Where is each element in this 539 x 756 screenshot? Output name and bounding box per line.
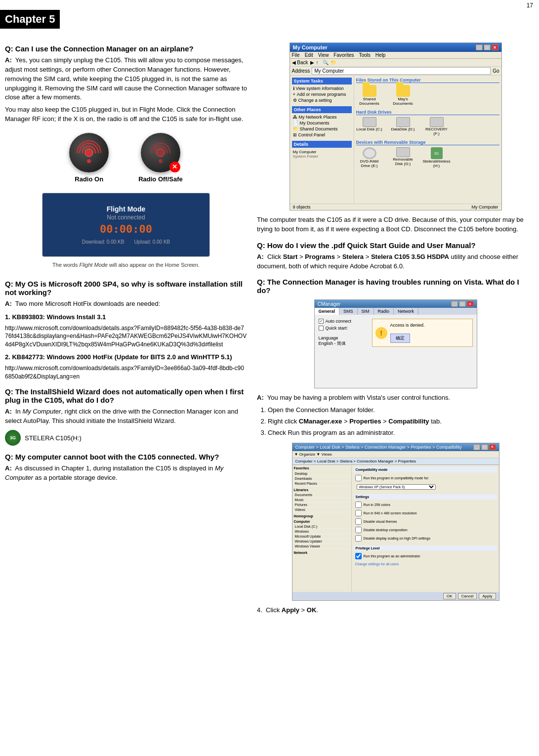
sidebar-view-info[interactable]: ℹ View system information [292,85,352,91]
compat-close[interactable]: ✕ [489,444,496,450]
sidebar-my-documents[interactable]: 📄 My Documents [292,120,352,126]
menu-help[interactable]: Help [375,52,386,58]
address-input[interactable]: My Computer [312,67,491,75]
answer-3-text: A: In My Computer, right click on the dr… [5,407,247,426]
run-256-checkbox[interactable] [355,502,362,508]
toolbar-search[interactable]: 🔍 [323,60,329,65]
shared-docs-grid: Shared Documents May's Documents [356,85,499,106]
a2-label: A: [5,300,12,307]
radio-on-label: Radio On [69,175,109,183]
cl-win-updater[interactable]: Windows Updater [294,539,350,544]
vista-ok-button[interactable]: 确定 [390,334,410,343]
compat-cancel-button[interactable]: Cancel [458,593,477,599]
compat-body: Favorites Desktop Downloads Recent Place… [292,465,499,597]
cl-pictures[interactable]: Pictures [294,503,350,507]
cl-videos[interactable]: Videos [294,507,350,512]
tab-radio[interactable]: Radio [374,308,394,315]
run-admin-label: Run this program as an administrator [364,554,420,558]
compat-os-select[interactable]: Windows XP (Service Pack 3) [357,484,436,490]
toolbar-folders[interactable]: 📁 [331,60,336,65]
compat-run-checkbox[interactable] [355,475,362,481]
tab-sim[interactable]: SIM [358,308,374,315]
menu-tools[interactable]: Tools [359,52,370,58]
add-remove-icon: + [293,92,295,97]
cl-windows[interactable]: Windows [294,529,350,534]
toolbar-back[interactable]: ◀ Back [292,60,308,65]
cl-ms-update[interactable]: Microsoft Update [294,534,350,539]
a1-text1: Yes, you can simply unplug the C105. Thi… [5,56,247,101]
warning-message: Access is denied. [390,323,425,328]
disable-display-label: Disable display scaling on high DPI sett… [364,537,430,540]
q2-text: Q: My OS is Microsoft 2000 SP4, so why i… [5,280,243,296]
tab-network[interactable]: Network [394,308,418,315]
details-label: My Computer [293,150,351,154]
quick-start-checkbox[interactable] [319,326,324,331]
question-4: Q: My computer cannot boot with the C105… [5,453,247,461]
change-settings-anchor[interactable]: Change settings for all users [355,562,399,566]
a6-label: A: [257,394,264,401]
win-title: My Computer [293,44,328,50]
compat-minimize[interactable]: _ [473,444,480,450]
toolbar-forward[interactable]: ▶ [310,60,314,65]
address-go[interactable]: Go [493,68,499,74]
language-value: English - 简体 [319,340,368,347]
a2-intro-text: Two more Microsoft HotFix downloads are … [15,300,160,307]
win-maximize[interactable]: □ [484,44,491,50]
tab-general[interactable]: General [315,308,340,315]
run-256-row: Run in 256 colors [354,501,497,509]
mycomp-caption: The computer treats the C105 as if it we… [257,215,534,234]
cl-desktop[interactable]: Desktop [294,471,350,476]
mays-docs-label: May's Documents [390,97,416,106]
win-sidebar: System Tasks ℹ View system information +… [290,76,354,203]
auto-connect-checkbox[interactable]: ✓ [319,319,324,324]
vista-minimize[interactable]: _ [451,301,458,307]
menu-view[interactable]: View [318,52,329,58]
toolbar-up[interactable]: ↑ [316,60,319,65]
radio-on-group: Radio On [69,133,109,183]
vista-maximize[interactable]: □ [459,301,466,307]
libraries-label: Libraries [294,488,350,492]
status-right: My Computer [471,205,498,210]
run-admin-checkbox[interactable] [355,553,362,559]
run-640-label: Run in 640 x 480 screen resolution [364,511,417,515]
cl-downloads[interactable]: Downloads [294,476,350,481]
menu-edit[interactable]: Edit [305,52,313,58]
cl-music[interactable]: Music [294,498,350,503]
answer-6: A: You may be having a problem with Vist… [257,393,534,437]
menu-favorites[interactable]: Favorites [333,52,354,58]
disable-display-checkbox[interactable] [355,535,362,542]
computer-label: Computer [294,520,350,523]
menu-file[interactable]: File [292,52,300,58]
win-close[interactable]: ✕ [492,44,498,50]
sidebar-details: Details [292,141,352,148]
compat-maximize[interactable]: □ [481,444,488,450]
disable-themes-checkbox[interactable] [355,518,362,525]
auto-connect-option: ✓ Auto connect [319,319,368,324]
compat-ok-button[interactable]: OK [443,593,456,599]
cl-documents[interactable]: Documents [294,493,350,498]
sidebar-shared-documents[interactable]: 📁 Shared Documents [292,126,352,132]
sidebar-control-panel[interactable]: ⊞ Control Panel [292,132,352,138]
cl-win-viewer[interactable]: Windows Viewer [294,544,350,549]
vista-close[interactable]: ✕ [467,301,474,307]
page-number: 17 [527,2,533,9]
cl-local-disk[interactable]: Local Disk (C:) [294,524,350,529]
network-label: My Network Places [299,115,337,120]
run-640-checkbox[interactable] [355,510,362,516]
sidebar-network-places[interactable]: 🖧 My Network Places [292,114,352,120]
win-minimize[interactable]: _ [476,44,483,50]
disable-comp-checkbox[interactable] [355,527,362,533]
change-settings-link[interactable]: Change settings for all users [354,560,497,568]
sidebar-change-setting[interactable]: ⚙ Change a setting [292,97,352,103]
sidebar-add-remove[interactable]: + Add or remove programs [292,91,352,97]
tab-sms[interactable]: SMS [339,308,358,315]
a6-intro-text: You may be having a problem with Vista's… [267,394,450,401]
answer-2-intro: A: Two more Microsoft HotFix downloads a… [5,299,247,309]
local-disk-item: Local Disk (C:) [356,117,383,136]
files-section-title: Files Stored on This Computer [356,78,499,83]
flight-mode-screenshot: Flight Mode Not connected 00:00:00 Downl… [42,193,210,257]
answer-6-intro: A: You may be having a problem with Vist… [257,393,534,403]
cl-recent[interactable]: Recent Places [294,481,350,486]
compat-apply-button[interactable]: Apply [479,593,496,599]
vista-ok-container: 确定 [390,331,425,343]
